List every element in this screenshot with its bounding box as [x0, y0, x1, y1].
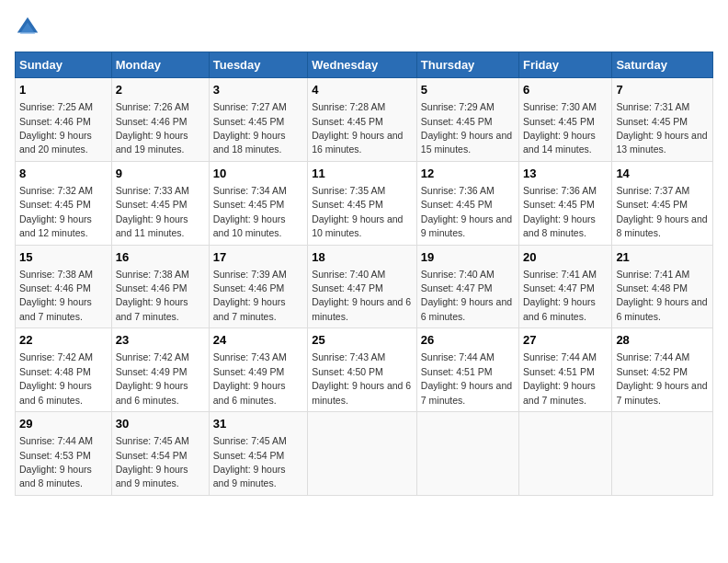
day-number: 31 [213, 416, 303, 432]
calendar-cell: 9 Sunrise: 7:33 AMSunset: 4:45 PMDayligh… [111, 161, 209, 245]
day-info: Sunrise: 7:29 AMSunset: 4:45 PMDaylight:… [421, 101, 512, 155]
calendar-cell: 7 Sunrise: 7:31 AMSunset: 4:45 PMDayligh… [612, 78, 713, 162]
day-info: Sunrise: 7:39 AMSunset: 4:46 PMDaylight:… [213, 269, 287, 322]
day-info: Sunrise: 7:44 AMSunset: 4:51 PMDaylight:… [421, 351, 512, 405]
day-number: 15 [19, 249, 108, 266]
day-number: 27 [523, 332, 608, 349]
day-number: 18 [312, 249, 413, 266]
col-header-monday: Monday [111, 52, 209, 78]
calendar-table: SundayMondayTuesdayWednesdayThursdayFrid… [15, 52, 713, 496]
day-info: Sunrise: 7:44 AMSunset: 4:53 PMDaylight:… [19, 435, 93, 488]
calendar-cell: 17 Sunrise: 7:39 AMSunset: 4:46 PMDaylig… [209, 245, 307, 328]
header-row: SundayMondayTuesdayWednesdayThursdayFrid… [16, 52, 713, 78]
day-info: Sunrise: 7:38 AMSunset: 4:46 PMDaylight:… [19, 269, 93, 322]
day-number: 21 [616, 249, 709, 266]
week-row: 8 Sunrise: 7:32 AMSunset: 4:45 PMDayligh… [16, 161, 713, 245]
calendar-cell: 10 Sunrise: 7:34 AMSunset: 4:45 PMDaylig… [209, 161, 307, 245]
day-number: 2 [116, 82, 205, 98]
calendar-cell [416, 412, 518, 496]
day-number: 10 [213, 166, 303, 182]
day-number: 14 [616, 166, 709, 182]
day-number: 24 [213, 332, 303, 349]
day-info: Sunrise: 7:43 AMSunset: 4:50 PMDaylight:… [312, 351, 411, 405]
day-info: Sunrise: 7:36 AMSunset: 4:45 PMDaylight:… [523, 185, 597, 238]
calendar-cell: 11 Sunrise: 7:35 AMSunset: 4:45 PMDaylig… [308, 161, 417, 245]
day-info: Sunrise: 7:43 AMSunset: 4:49 PMDaylight:… [213, 351, 287, 405]
day-number: 25 [312, 332, 413, 349]
calendar-cell: 14 Sunrise: 7:37 AMSunset: 4:45 PMDaylig… [612, 161, 713, 245]
day-number: 3 [213, 82, 303, 98]
day-number: 7 [616, 82, 709, 98]
day-number: 11 [312, 166, 413, 182]
calendar-cell: 6 Sunrise: 7:30 AMSunset: 4:45 PMDayligh… [519, 78, 612, 162]
col-header-thursday: Thursday [416, 52, 518, 78]
calendar-cell: 13 Sunrise: 7:36 AMSunset: 4:45 PMDaylig… [519, 161, 612, 245]
calendar-cell: 4 Sunrise: 7:28 AMSunset: 4:45 PMDayligh… [308, 78, 417, 162]
day-info: Sunrise: 7:40 AMSunset: 4:47 PMDaylight:… [421, 269, 512, 322]
week-row: 15 Sunrise: 7:38 AMSunset: 4:46 PMDaylig… [16, 245, 713, 328]
day-number: 17 [213, 249, 303, 266]
day-info: Sunrise: 7:44 AMSunset: 4:52 PMDaylight:… [616, 351, 707, 405]
day-number: 4 [312, 82, 413, 98]
day-info: Sunrise: 7:35 AMSunset: 4:45 PMDaylight:… [312, 185, 403, 238]
calendar-cell: 8 Sunrise: 7:32 AMSunset: 4:45 PMDayligh… [16, 161, 112, 245]
week-row: 29 Sunrise: 7:44 AMSunset: 4:53 PMDaylig… [16, 412, 713, 496]
day-info: Sunrise: 7:28 AMSunset: 4:45 PMDaylight:… [312, 101, 403, 155]
calendar-cell: 2 Sunrise: 7:26 AMSunset: 4:46 PMDayligh… [111, 78, 209, 162]
day-number: 5 [421, 82, 515, 98]
day-info: Sunrise: 7:42 AMSunset: 4:48 PMDaylight:… [19, 351, 93, 405]
day-number: 20 [523, 249, 608, 266]
day-info: Sunrise: 7:37 AMSunset: 4:45 PMDaylight:… [616, 185, 707, 238]
day-info: Sunrise: 7:33 AMSunset: 4:45 PMDaylight:… [116, 185, 189, 238]
logo [15, 15, 44, 40]
day-info: Sunrise: 7:25 AMSunset: 4:46 PMDaylight:… [19, 101, 93, 155]
week-row: 1 Sunrise: 7:25 AMSunset: 4:46 PMDayligh… [16, 78, 713, 162]
day-number: 9 [116, 166, 205, 182]
col-header-wednesday: Wednesday [308, 52, 417, 78]
day-number: 30 [116, 416, 205, 432]
calendar-cell: 3 Sunrise: 7:27 AMSunset: 4:45 PMDayligh… [209, 78, 307, 162]
day-info: Sunrise: 7:34 AMSunset: 4:45 PMDaylight:… [213, 185, 287, 238]
calendar-cell: 15 Sunrise: 7:38 AMSunset: 4:46 PMDaylig… [16, 245, 112, 328]
day-info: Sunrise: 7:32 AMSunset: 4:45 PMDaylight:… [19, 185, 93, 238]
day-number: 6 [523, 82, 608, 98]
calendar-cell [612, 412, 713, 496]
calendar-cell: 1 Sunrise: 7:25 AMSunset: 4:46 PMDayligh… [16, 78, 112, 162]
day-number: 26 [421, 332, 515, 349]
calendar-cell [308, 412, 417, 496]
day-number: 29 [19, 416, 108, 432]
day-number: 28 [616, 332, 709, 349]
calendar-cell: 18 Sunrise: 7:40 AMSunset: 4:47 PMDaylig… [308, 245, 417, 328]
day-info: Sunrise: 7:27 AMSunset: 4:45 PMDaylight:… [213, 101, 287, 155]
day-info: Sunrise: 7:31 AMSunset: 4:45 PMDaylight:… [616, 101, 707, 155]
calendar-cell: 30 Sunrise: 7:45 AMSunset: 4:54 PMDaylig… [111, 412, 209, 496]
day-number: 22 [19, 332, 108, 349]
col-header-saturday: Saturday [612, 52, 713, 78]
calendar-cell: 22 Sunrise: 7:42 AMSunset: 4:48 PMDaylig… [16, 328, 112, 412]
calendar-cell: 19 Sunrise: 7:40 AMSunset: 4:47 PMDaylig… [416, 245, 518, 328]
calendar-cell: 23 Sunrise: 7:42 AMSunset: 4:49 PMDaylig… [111, 328, 209, 412]
calendar-cell [519, 412, 612, 496]
day-number: 12 [421, 166, 515, 182]
day-info: Sunrise: 7:30 AMSunset: 4:45 PMDaylight:… [523, 101, 597, 155]
day-info: Sunrise: 7:41 AMSunset: 4:48 PMDaylight:… [616, 269, 707, 322]
calendar-cell: 29 Sunrise: 7:44 AMSunset: 4:53 PMDaylig… [16, 412, 112, 496]
calendar-cell: 5 Sunrise: 7:29 AMSunset: 4:45 PMDayligh… [416, 78, 518, 162]
day-number: 1 [19, 82, 108, 98]
day-number: 23 [116, 332, 205, 349]
calendar-cell: 21 Sunrise: 7:41 AMSunset: 4:48 PMDaylig… [612, 245, 713, 328]
calendar-cell: 25 Sunrise: 7:43 AMSunset: 4:50 PMDaylig… [308, 328, 417, 412]
calendar-cell: 16 Sunrise: 7:38 AMSunset: 4:46 PMDaylig… [111, 245, 209, 328]
day-info: Sunrise: 7:26 AMSunset: 4:46 PMDaylight:… [116, 101, 189, 155]
day-info: Sunrise: 7:40 AMSunset: 4:47 PMDaylight:… [312, 269, 411, 322]
day-info: Sunrise: 7:45 AMSunset: 4:54 PMDaylight:… [116, 435, 189, 488]
calendar-cell: 27 Sunrise: 7:44 AMSunset: 4:51 PMDaylig… [519, 328, 612, 412]
col-header-sunday: Sunday [16, 52, 112, 78]
day-info: Sunrise: 7:45 AMSunset: 4:54 PMDaylight:… [213, 435, 287, 488]
logo-icon [15, 15, 40, 40]
day-info: Sunrise: 7:38 AMSunset: 4:46 PMDaylight:… [116, 269, 189, 322]
calendar-cell: 12 Sunrise: 7:36 AMSunset: 4:45 PMDaylig… [416, 161, 518, 245]
day-info: Sunrise: 7:36 AMSunset: 4:45 PMDaylight:… [421, 185, 512, 238]
calendar-cell: 26 Sunrise: 7:44 AMSunset: 4:51 PMDaylig… [416, 328, 518, 412]
day-number: 16 [116, 249, 205, 266]
